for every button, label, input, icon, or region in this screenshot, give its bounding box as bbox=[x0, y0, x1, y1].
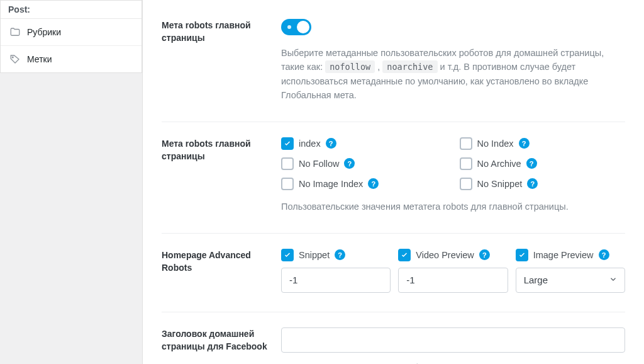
help-icon[interactable]: ? bbox=[527, 178, 538, 189]
help-icon[interactable]: ? bbox=[526, 158, 537, 169]
adv-col-snippet: Snippet ? bbox=[281, 249, 391, 293]
help-icon[interactable]: ? bbox=[326, 138, 336, 149]
sidebar-item-tags[interactable]: Метки bbox=[1, 46, 142, 72]
video-preview-input[interactable] bbox=[398, 268, 508, 293]
row-robots-checks: Мета robots главной страницы index ? No … bbox=[162, 137, 625, 234]
row-label: Заголовок домашней страницы для Facebook bbox=[162, 327, 281, 353]
check-image-preview[interactable]: Image Preview ? bbox=[516, 249, 625, 261]
check-no-archive[interactable]: No Archive ? bbox=[460, 157, 626, 170]
help-icon[interactable]: ? bbox=[519, 138, 530, 149]
row-description: Выберите метаданные пользовательских роб… bbox=[281, 46, 625, 103]
check-label: No Image Index bbox=[299, 179, 363, 189]
check-index[interactable]: index ? bbox=[281, 137, 447, 150]
check-no-image-index[interactable]: No Image Index ? bbox=[281, 178, 447, 190]
check-label: Video Preview bbox=[416, 250, 474, 260]
check-video-preview[interactable]: Video Preview ? bbox=[398, 249, 508, 261]
sidebar-section-post: Post: Рубрики Метки bbox=[0, 0, 142, 73]
checkbox-icon[interactable] bbox=[281, 249, 294, 261]
check-label: Image Preview bbox=[533, 250, 594, 260]
check-label: No Follow bbox=[299, 159, 339, 169]
checkbox-icon[interactable] bbox=[281, 137, 294, 150]
check-no-snippet[interactable]: No Snippet ? bbox=[460, 178, 626, 190]
code-tag-noarchive: noarchive bbox=[382, 60, 437, 73]
sidebar: Post: Рубрики Метки bbox=[0, 0, 142, 364]
help-icon[interactable]: ? bbox=[335, 249, 345, 260]
checkbox-icon[interactable] bbox=[460, 157, 472, 170]
row-robots-toggle: Мета robots главной страницы Выберите ме… bbox=[162, 19, 625, 122]
tag-icon bbox=[9, 54, 21, 65]
code-tag-nofollow: nofollow bbox=[325, 60, 375, 73]
row-label: Homepage Advanced Robots bbox=[162, 249, 281, 275]
checkbox-icon[interactable] bbox=[281, 178, 294, 190]
checkbox-icon[interactable] bbox=[460, 178, 472, 190]
sidebar-item-label: Рубрики bbox=[27, 27, 61, 37]
adv-col-image-preview: Image Preview ? Large bbox=[516, 249, 625, 293]
check-label: Snippet bbox=[299, 250, 330, 260]
help-icon[interactable]: ? bbox=[599, 249, 609, 260]
row-label: Мета robots главной страницы bbox=[162, 19, 281, 45]
row-hint: Пользовательские значения метатега robot… bbox=[281, 200, 625, 214]
sidebar-item-rubrics[interactable]: Рубрики bbox=[1, 19, 142, 46]
check-label: No Archive bbox=[477, 159, 521, 169]
help-icon[interactable]: ? bbox=[368, 178, 379, 189]
row-hint: Заголовок вашего сайта при публикации в … bbox=[281, 361, 625, 364]
row-advanced-robots: Homepage Advanced Robots Snippet ? bbox=[162, 249, 625, 312]
check-label: index bbox=[299, 139, 321, 149]
image-preview-select[interactable]: Large bbox=[516, 268, 625, 293]
settings-panel: Мета robots главной страницы Выберите ме… bbox=[142, 0, 644, 364]
svg-point-0 bbox=[12, 57, 13, 58]
checkbox-icon[interactable] bbox=[516, 249, 528, 261]
snippet-input[interactable] bbox=[281, 268, 391, 293]
check-label: No Snippet bbox=[477, 179, 523, 189]
facebook-title-input[interactable] bbox=[281, 327, 625, 353]
check-no-follow[interactable]: No Follow ? bbox=[281, 157, 447, 170]
help-icon[interactable]: ? bbox=[479, 249, 490, 260]
meta-robots-toggle[interactable] bbox=[281, 19, 311, 35]
sidebar-header: Post: bbox=[1, 1, 142, 19]
checkbox-icon[interactable] bbox=[281, 157, 294, 170]
folder-icon bbox=[9, 26, 21, 38]
adv-col-video-preview: Video Preview ? bbox=[398, 249, 508, 293]
help-icon[interactable]: ? bbox=[344, 158, 355, 169]
row-label: Мета robots главной страницы bbox=[162, 137, 281, 163]
row-facebook-title: Заголовок домашней страницы для Facebook… bbox=[162, 327, 625, 364]
check-no-index[interactable]: No Index ? bbox=[460, 137, 626, 150]
check-label: No Index bbox=[477, 139, 514, 149]
checkbox-icon[interactable] bbox=[398, 249, 411, 261]
check-snippet[interactable]: Snippet ? bbox=[281, 249, 391, 261]
sidebar-item-label: Метки bbox=[27, 54, 52, 64]
checkbox-icon[interactable] bbox=[460, 137, 472, 150]
